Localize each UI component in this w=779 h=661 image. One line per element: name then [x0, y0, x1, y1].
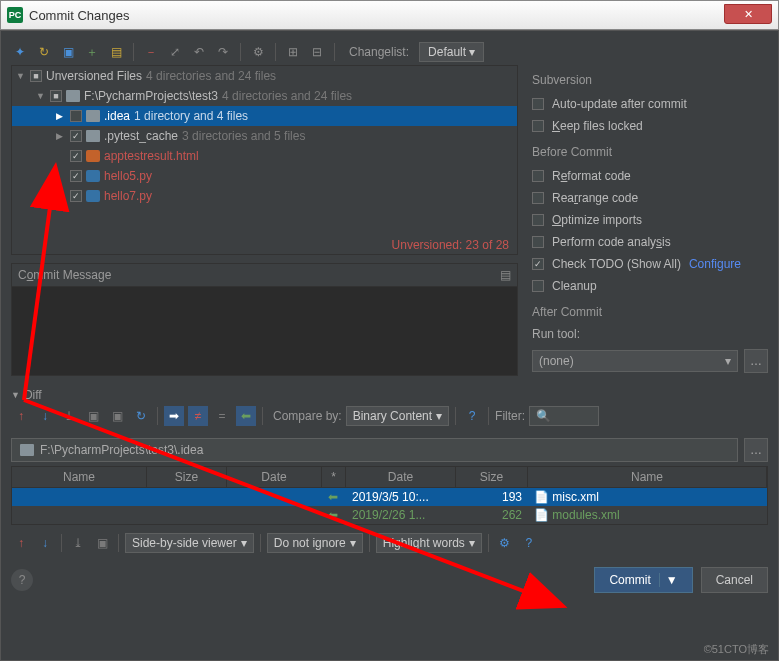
dialog-body: ✦ ↻ ▣ ＋ ▤ － ⤢ ↶ ↷ ⚙ ⊞ ⊟ Changelist: Defa…: [0, 30, 779, 661]
col-date[interactable]: Date: [227, 467, 322, 487]
diff-icon[interactable]: ▣: [59, 43, 77, 61]
app-icon: PC: [7, 7, 23, 23]
view-icon[interactable]: ▣: [92, 533, 112, 553]
col-star[interactable]: *: [322, 467, 346, 487]
cleanup-checkbox[interactable]: [532, 280, 544, 292]
expand-icon[interactable]: ⤢: [166, 43, 184, 61]
prev-diff-icon[interactable]: ↑: [11, 406, 31, 426]
next-diff-icon[interactable]: ↓: [35, 406, 55, 426]
run-tool-label: Run tool:: [532, 327, 768, 341]
changelist-label: Changelist:: [349, 45, 409, 59]
bottom-toolbar: ↑ ↓ ⤓ ▣ Side-by-side viewer▾ Do not igno…: [11, 529, 768, 557]
table-row[interactable]: ⬅ 2019/3/5 10:... 193 📄 misc.xml: [12, 488, 767, 506]
window-title: Commit Changes: [29, 8, 129, 23]
col-size[interactable]: Size: [147, 467, 227, 487]
run-tool-more-button[interactable]: …: [744, 349, 768, 373]
arrow-right-icon[interactable]: ➡: [164, 406, 184, 426]
export-icon[interactable]: ⤓: [59, 406, 79, 426]
diff-table: Name Size Date * Date Size Name ⬅ 2019/3…: [11, 466, 768, 525]
revert-icon[interactable]: ↻: [35, 43, 53, 61]
help-diff-icon[interactable]: ?: [462, 406, 482, 426]
compare-by-label: Compare by:: [273, 409, 342, 423]
rearrange-checkbox[interactable]: [532, 192, 544, 204]
col-name2[interactable]: Name: [528, 467, 767, 487]
file-tree[interactable]: ▼■ Unversioned Files 4 directories and 2…: [11, 65, 518, 255]
tree-item-pytest[interactable]: ▶ .pytest_cache 3 directories and 5 file…: [12, 126, 517, 146]
folder-icon: [66, 90, 80, 102]
keep-locked-checkbox[interactable]: [532, 120, 544, 132]
next-icon[interactable]: ↓: [35, 533, 55, 553]
filter-label: Filter:: [495, 409, 525, 423]
before-header: Before Commit: [532, 145, 768, 159]
undo-icon[interactable]: ↶: [190, 43, 208, 61]
commit-message-header: Commit Message ▤: [11, 263, 518, 286]
table-row[interactable]: ⬅ 2019/2/26 1... 262 📄 modules.xml: [12, 506, 767, 524]
tree-item-file[interactable]: hello5.py: [12, 166, 517, 186]
tree-project: F:\PycharmProjects\test3: [84, 89, 218, 103]
not-equal-icon[interactable]: ≠: [188, 406, 208, 426]
equal-icon[interactable]: =: [212, 406, 232, 426]
todo-checkbox[interactable]: [532, 258, 544, 270]
configure-link[interactable]: Configure: [689, 257, 741, 271]
python-file-icon: [86, 190, 100, 202]
commit-message-input[interactable]: [11, 286, 518, 376]
main-toolbar: ✦ ↻ ▣ ＋ ▤ － ⤢ ↶ ↷ ⚙ ⊞ ⊟ Changelist: Defa…: [11, 39, 768, 65]
python-file-icon: [86, 170, 100, 182]
ignore-select[interactable]: Do not ignore▾: [267, 533, 363, 553]
html-file-icon: [86, 150, 100, 162]
refresh-icon[interactable]: ✦: [11, 43, 29, 61]
remove-icon[interactable]: －: [142, 43, 160, 61]
refresh-diff-icon[interactable]: ↻: [131, 406, 151, 426]
collapse-all-icon[interactable]: ⊟: [308, 43, 326, 61]
add-icon[interactable]: ＋: [83, 43, 101, 61]
options-panel: Subversion Auto-update after commit Keep…: [532, 65, 768, 255]
highlight-select[interactable]: Highlight words▾: [376, 533, 482, 553]
watermark: ©51CTO博客: [704, 642, 769, 657]
subversion-header: Subversion: [532, 73, 768, 87]
tree-item-idea[interactable]: ▶ .idea 1 directory and 4 files: [12, 106, 517, 126]
help-button[interactable]: ?: [11, 569, 33, 591]
folder-icon: [86, 110, 100, 122]
help2-icon[interactable]: ?: [519, 533, 539, 553]
expand-all-icon[interactable]: ⊞: [284, 43, 302, 61]
run-tool-select[interactable]: (none)▾: [532, 350, 738, 372]
gear-icon[interactable]: ⚙: [249, 43, 267, 61]
optimize-checkbox[interactable]: [532, 214, 544, 226]
redo-icon[interactable]: ↷: [214, 43, 232, 61]
filter-input[interactable]: 🔍: [529, 406, 599, 426]
folder-icon: [86, 130, 100, 142]
path-field[interactable]: F:\PycharmProjects\test3\.idea: [11, 438, 738, 462]
path-more-button[interactable]: …: [744, 438, 768, 462]
commit-button[interactable]: Commit▼: [594, 567, 692, 593]
history-icon[interactable]: ▤: [500, 268, 511, 282]
col-size2[interactable]: Size: [456, 467, 528, 487]
diff-toolbar: ↑ ↓ ⤓ ▣ ▣ ↻ ➡ ≠ = ⬅ Compare by: Binary C…: [11, 402, 768, 430]
auto-update-checkbox[interactable]: [532, 98, 544, 110]
changelist-select[interactable]: Default ▾: [419, 42, 484, 62]
tree-item-file[interactable]: hello7.py: [12, 186, 517, 206]
analysis-checkbox[interactable]: [532, 236, 544, 248]
gear2-icon[interactable]: ⚙: [495, 533, 515, 553]
col-name[interactable]: Name: [12, 467, 147, 487]
col-date2[interactable]: Date: [346, 467, 456, 487]
viewer-select[interactable]: Side-by-side viewer▾: [125, 533, 254, 553]
prev-icon[interactable]: ↑: [11, 533, 31, 553]
tree-item-file[interactable]: apptestresult.html: [12, 146, 517, 166]
changelist-icon[interactable]: ▤: [107, 43, 125, 61]
after-header: After Commit: [532, 305, 768, 319]
status-count: Unversioned: 23 of 28: [392, 238, 509, 252]
reformat-checkbox[interactable]: [532, 170, 544, 182]
cancel-button[interactable]: Cancel: [701, 567, 768, 593]
folder-icon: [20, 444, 34, 456]
compare-by-select[interactable]: Binary Content▾: [346, 406, 449, 426]
copy-icon[interactable]: ▣: [83, 406, 103, 426]
diff-header[interactable]: ▼Diff: [11, 388, 768, 402]
arrow-left-icon[interactable]: ⬅: [236, 406, 256, 426]
close-button[interactable]: [724, 4, 772, 24]
title-bar: PC Commit Changes: [0, 0, 779, 30]
tree-root-label: Unversioned Files: [46, 69, 142, 83]
copy2-icon[interactable]: ▣: [107, 406, 127, 426]
export2-icon[interactable]: ⤓: [68, 533, 88, 553]
